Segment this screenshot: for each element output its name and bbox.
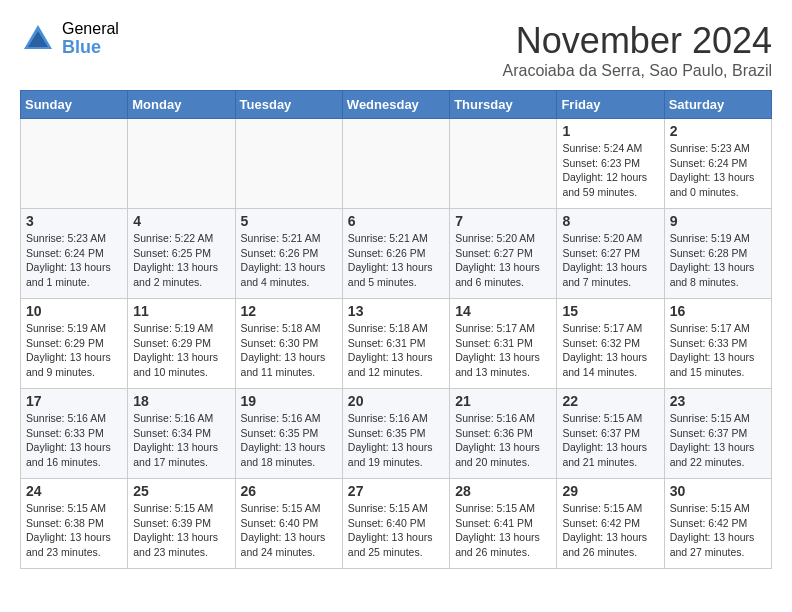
day-number: 29 [562, 483, 658, 499]
day-info: Sunrise: 5:15 AM Sunset: 6:37 PM Dayligh… [562, 411, 658, 470]
day-info: Sunrise: 5:23 AM Sunset: 6:24 PM Dayligh… [26, 231, 122, 290]
calendar-cell: 7Sunrise: 5:20 AM Sunset: 6:27 PM Daylig… [450, 209, 557, 299]
day-number: 9 [670, 213, 766, 229]
day-info: Sunrise: 5:19 AM Sunset: 6:28 PM Dayligh… [670, 231, 766, 290]
day-number: 7 [455, 213, 551, 229]
day-info: Sunrise: 5:15 AM Sunset: 6:41 PM Dayligh… [455, 501, 551, 560]
calendar-cell [235, 119, 342, 209]
calendar-cell: 20Sunrise: 5:16 AM Sunset: 6:35 PM Dayli… [342, 389, 449, 479]
calendar-header-row: SundayMondayTuesdayWednesdayThursdayFrid… [21, 91, 772, 119]
calendar-cell: 26Sunrise: 5:15 AM Sunset: 6:40 PM Dayli… [235, 479, 342, 569]
day-info: Sunrise: 5:22 AM Sunset: 6:25 PM Dayligh… [133, 231, 229, 290]
day-info: Sunrise: 5:16 AM Sunset: 6:35 PM Dayligh… [348, 411, 444, 470]
header-monday: Monday [128, 91, 235, 119]
day-number: 10 [26, 303, 122, 319]
day-info: Sunrise: 5:18 AM Sunset: 6:30 PM Dayligh… [241, 321, 337, 380]
day-info: Sunrise: 5:16 AM Sunset: 6:36 PM Dayligh… [455, 411, 551, 470]
day-info: Sunrise: 5:15 AM Sunset: 6:37 PM Dayligh… [670, 411, 766, 470]
day-info: Sunrise: 5:16 AM Sunset: 6:34 PM Dayligh… [133, 411, 229, 470]
calendar-row-2: 3Sunrise: 5:23 AM Sunset: 6:24 PM Daylig… [21, 209, 772, 299]
calendar-cell: 29Sunrise: 5:15 AM Sunset: 6:42 PM Dayli… [557, 479, 664, 569]
day-number: 4 [133, 213, 229, 229]
calendar-cell: 16Sunrise: 5:17 AM Sunset: 6:33 PM Dayli… [664, 299, 771, 389]
day-info: Sunrise: 5:15 AM Sunset: 6:39 PM Dayligh… [133, 501, 229, 560]
calendar-cell: 5Sunrise: 5:21 AM Sunset: 6:26 PM Daylig… [235, 209, 342, 299]
calendar-cell: 19Sunrise: 5:16 AM Sunset: 6:35 PM Dayli… [235, 389, 342, 479]
day-number: 20 [348, 393, 444, 409]
day-info: Sunrise: 5:23 AM Sunset: 6:24 PM Dayligh… [670, 141, 766, 200]
calendar-cell: 2Sunrise: 5:23 AM Sunset: 6:24 PM Daylig… [664, 119, 771, 209]
calendar-cell: 24Sunrise: 5:15 AM Sunset: 6:38 PM Dayli… [21, 479, 128, 569]
day-number: 26 [241, 483, 337, 499]
day-number: 5 [241, 213, 337, 229]
calendar-cell: 4Sunrise: 5:22 AM Sunset: 6:25 PM Daylig… [128, 209, 235, 299]
calendar-cell: 23Sunrise: 5:15 AM Sunset: 6:37 PM Dayli… [664, 389, 771, 479]
calendar-cell [21, 119, 128, 209]
day-info: Sunrise: 5:20 AM Sunset: 6:27 PM Dayligh… [455, 231, 551, 290]
day-info: Sunrise: 5:15 AM Sunset: 6:42 PM Dayligh… [562, 501, 658, 560]
header-thursday: Thursday [450, 91, 557, 119]
calendar-cell: 18Sunrise: 5:16 AM Sunset: 6:34 PM Dayli… [128, 389, 235, 479]
calendar-cell: 6Sunrise: 5:21 AM Sunset: 6:26 PM Daylig… [342, 209, 449, 299]
header-friday: Friday [557, 91, 664, 119]
month-title: November 2024 [503, 20, 772, 62]
day-number: 19 [241, 393, 337, 409]
calendar-cell: 9Sunrise: 5:19 AM Sunset: 6:28 PM Daylig… [664, 209, 771, 299]
day-number: 27 [348, 483, 444, 499]
header: General Blue November 2024 Aracoiaba da … [20, 20, 772, 80]
calendar-row-4: 17Sunrise: 5:16 AM Sunset: 6:33 PM Dayli… [21, 389, 772, 479]
day-info: Sunrise: 5:15 AM Sunset: 6:42 PM Dayligh… [670, 501, 766, 560]
day-info: Sunrise: 5:20 AM Sunset: 6:27 PM Dayligh… [562, 231, 658, 290]
calendar-table: SundayMondayTuesdayWednesdayThursdayFrid… [20, 90, 772, 569]
day-number: 28 [455, 483, 551, 499]
day-number: 12 [241, 303, 337, 319]
calendar-cell [450, 119, 557, 209]
logo-general: General [62, 20, 119, 38]
day-info: Sunrise: 5:24 AM Sunset: 6:23 PM Dayligh… [562, 141, 658, 200]
day-info: Sunrise: 5:17 AM Sunset: 6:32 PM Dayligh… [562, 321, 658, 380]
logo-text: General Blue [62, 20, 119, 57]
calendar-cell: 17Sunrise: 5:16 AM Sunset: 6:33 PM Dayli… [21, 389, 128, 479]
header-tuesday: Tuesday [235, 91, 342, 119]
calendar-row-1: 1Sunrise: 5:24 AM Sunset: 6:23 PM Daylig… [21, 119, 772, 209]
logo-icon [20, 21, 56, 57]
calendar-cell: 22Sunrise: 5:15 AM Sunset: 6:37 PM Dayli… [557, 389, 664, 479]
calendar-cell: 3Sunrise: 5:23 AM Sunset: 6:24 PM Daylig… [21, 209, 128, 299]
day-info: Sunrise: 5:21 AM Sunset: 6:26 PM Dayligh… [241, 231, 337, 290]
day-info: Sunrise: 5:15 AM Sunset: 6:40 PM Dayligh… [348, 501, 444, 560]
calendar-cell: 30Sunrise: 5:15 AM Sunset: 6:42 PM Dayli… [664, 479, 771, 569]
day-info: Sunrise: 5:16 AM Sunset: 6:33 PM Dayligh… [26, 411, 122, 470]
day-info: Sunrise: 5:19 AM Sunset: 6:29 PM Dayligh… [133, 321, 229, 380]
day-number: 14 [455, 303, 551, 319]
header-sunday: Sunday [21, 91, 128, 119]
calendar-row-5: 24Sunrise: 5:15 AM Sunset: 6:38 PM Dayli… [21, 479, 772, 569]
logo-blue: Blue [62, 38, 119, 58]
day-info: Sunrise: 5:17 AM Sunset: 6:31 PM Dayligh… [455, 321, 551, 380]
calendar-cell: 14Sunrise: 5:17 AM Sunset: 6:31 PM Dayli… [450, 299, 557, 389]
day-info: Sunrise: 5:15 AM Sunset: 6:40 PM Dayligh… [241, 501, 337, 560]
header-saturday: Saturday [664, 91, 771, 119]
calendar-cell: 10Sunrise: 5:19 AM Sunset: 6:29 PM Dayli… [21, 299, 128, 389]
day-number: 21 [455, 393, 551, 409]
day-number: 1 [562, 123, 658, 139]
calendar-cell: 15Sunrise: 5:17 AM Sunset: 6:32 PM Dayli… [557, 299, 664, 389]
day-number: 16 [670, 303, 766, 319]
calendar-cell: 13Sunrise: 5:18 AM Sunset: 6:31 PM Dayli… [342, 299, 449, 389]
title-area: November 2024 Aracoiaba da Serra, Sao Pa… [503, 20, 772, 80]
calendar-cell: 8Sunrise: 5:20 AM Sunset: 6:27 PM Daylig… [557, 209, 664, 299]
day-number: 18 [133, 393, 229, 409]
calendar-cell: 21Sunrise: 5:16 AM Sunset: 6:36 PM Dayli… [450, 389, 557, 479]
calendar-cell: 25Sunrise: 5:15 AM Sunset: 6:39 PM Dayli… [128, 479, 235, 569]
logo: General Blue [20, 20, 119, 57]
day-info: Sunrise: 5:17 AM Sunset: 6:33 PM Dayligh… [670, 321, 766, 380]
day-info: Sunrise: 5:15 AM Sunset: 6:38 PM Dayligh… [26, 501, 122, 560]
calendar-cell: 28Sunrise: 5:15 AM Sunset: 6:41 PM Dayli… [450, 479, 557, 569]
calendar-row-3: 10Sunrise: 5:19 AM Sunset: 6:29 PM Dayli… [21, 299, 772, 389]
day-number: 3 [26, 213, 122, 229]
day-number: 22 [562, 393, 658, 409]
day-number: 17 [26, 393, 122, 409]
calendar-cell: 1Sunrise: 5:24 AM Sunset: 6:23 PM Daylig… [557, 119, 664, 209]
subtitle: Aracoiaba da Serra, Sao Paulo, Brazil [503, 62, 772, 80]
day-number: 15 [562, 303, 658, 319]
day-number: 11 [133, 303, 229, 319]
